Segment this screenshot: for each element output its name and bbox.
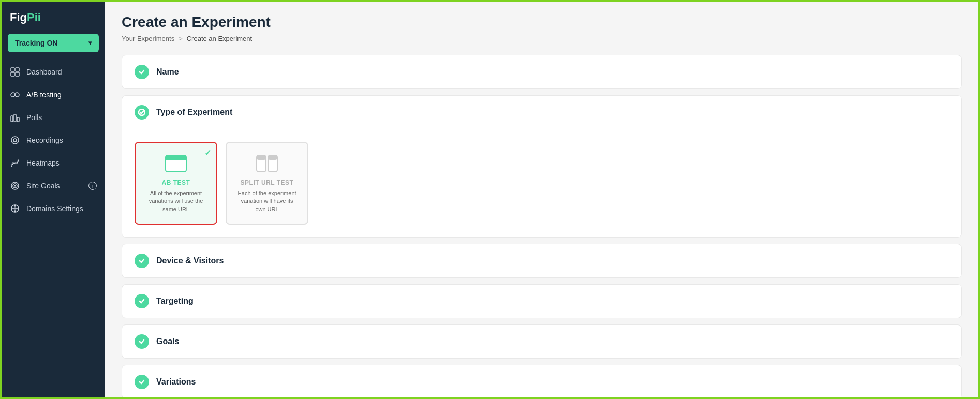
device-section-icon xyxy=(135,254,149,268)
variations-section: Variations xyxy=(122,365,962,397)
svg-rect-2 xyxy=(11,72,14,76)
experiment-types: ✓ AB TEST All of the experiment variatio… xyxy=(135,142,949,225)
sidebar-item-ab-testing[interactable]: A/B testing xyxy=(2,83,105,106)
ab-testing-icon xyxy=(10,90,20,100)
targeting-section-header[interactable]: Targeting xyxy=(122,285,961,318)
name-section-title: Name xyxy=(156,67,179,77)
svg-point-10 xyxy=(13,139,17,142)
sidebar-item-heatmaps[interactable]: Heatmaps xyxy=(2,152,105,174)
svg-rect-1 xyxy=(16,68,19,71)
polls-icon xyxy=(10,112,20,123)
svg-rect-7 xyxy=(14,114,16,122)
svg-point-9 xyxy=(11,137,19,144)
breadcrumb-separator: > xyxy=(179,35,183,42)
tracking-button[interactable]: Tracking ON ▾ xyxy=(8,34,99,52)
ab-test-card-icon xyxy=(164,153,188,174)
svg-rect-22 xyxy=(268,155,277,160)
logo: FigPii xyxy=(2,2,105,34)
sidebar-item-label: Recordings xyxy=(26,136,63,144)
type-section-title: Type of Experiment xyxy=(156,108,232,117)
device-section-header[interactable]: Device & Visitors xyxy=(122,244,961,277)
sidebar-item-polls[interactable]: Polls xyxy=(2,106,105,129)
breadcrumb-current: Create an Experiment xyxy=(187,35,252,42)
svg-point-4 xyxy=(11,93,15,97)
domains-icon xyxy=(10,203,20,214)
page-title: Create an Experiment xyxy=(122,14,962,31)
split-url-title: SPLIT URL TEST xyxy=(241,179,294,186)
svg-rect-3 xyxy=(16,72,19,76)
breadcrumb: Your Experiments > Create an Experiment xyxy=(122,35,962,42)
type-section: Type of Experiment ✓ xyxy=(122,95,962,238)
ab-test-desc: All of the experiment variations will us… xyxy=(144,189,208,213)
sidebar: FigPii Tracking ON ▾ Dashboard A/B testi… xyxy=(2,2,105,397)
logo-pii: Pii xyxy=(27,11,41,24)
targeting-section-title: Targeting xyxy=(156,297,194,306)
tracking-label: Tracking ON xyxy=(15,39,57,47)
sidebar-item-label: Site Goals xyxy=(26,182,60,190)
targeting-section: Targeting xyxy=(122,284,962,318)
heatmaps-icon xyxy=(10,158,20,168)
sidebar-item-label: Dashboard xyxy=(26,68,62,76)
name-section-icon xyxy=(135,65,149,79)
chevron-down-icon: ▾ xyxy=(88,39,92,47)
svg-rect-8 xyxy=(17,117,19,122)
svg-rect-18 xyxy=(166,155,186,160)
breadcrumb-parent[interactable]: Your Experiments xyxy=(122,35,174,42)
check-icon: ✓ xyxy=(204,148,211,158)
sidebar-item-label: A/B testing xyxy=(26,91,62,99)
type-section-icon xyxy=(135,105,149,120)
goals-section: Goals xyxy=(122,324,962,359)
sidebar-item-label: Heatmaps xyxy=(26,159,60,167)
recordings-icon xyxy=(10,135,20,145)
svg-point-13 xyxy=(14,185,16,187)
site-goals-icon xyxy=(10,181,20,191)
type-section-body: ✓ AB TEST All of the experiment variatio… xyxy=(122,129,961,237)
svg-rect-0 xyxy=(11,68,14,71)
svg-point-5 xyxy=(15,93,19,97)
name-section-header[interactable]: Name xyxy=(122,55,961,88)
sidebar-item-site-goals[interactable]: Site Goals i xyxy=(2,174,105,197)
name-section: Name xyxy=(122,55,962,89)
sidebar-item-dashboard[interactable]: Dashboard xyxy=(2,61,105,83)
ab-test-card[interactable]: ✓ AB TEST All of the experiment variatio… xyxy=(135,142,217,225)
sidebar-item-label: Polls xyxy=(26,113,42,122)
svg-rect-20 xyxy=(257,155,266,160)
info-icon: i xyxy=(88,182,97,190)
split-url-card-icon xyxy=(255,153,279,174)
goals-section-title: Goals xyxy=(156,337,179,346)
svg-rect-6 xyxy=(11,116,13,122)
variations-section-title: Variations xyxy=(156,377,196,387)
sidebar-item-recordings[interactable]: Recordings xyxy=(2,129,105,152)
goals-section-icon xyxy=(135,334,149,349)
type-section-header[interactable]: Type of Experiment xyxy=(122,96,961,129)
goals-section-header[interactable]: Goals xyxy=(122,325,961,358)
variations-section-header[interactable]: Variations xyxy=(122,365,961,397)
device-section-title: Device & Visitors xyxy=(156,256,224,265)
variations-section-icon xyxy=(135,375,149,389)
split-url-desc: Each of the experiment variation will ha… xyxy=(235,189,299,213)
dashboard-icon xyxy=(10,67,20,77)
ab-test-title: AB TEST xyxy=(162,179,190,186)
split-url-card[interactable]: SPLIT URL TEST Each of the experiment va… xyxy=(226,142,308,225)
targeting-section-icon xyxy=(135,294,149,308)
sidebar-item-label: Domains Settings xyxy=(26,204,83,213)
main-content: Create an Experiment Your Experiments > … xyxy=(105,2,978,397)
device-section: Device & Visitors xyxy=(122,244,962,278)
sidebar-item-domains-settings[interactable]: Domains Settings xyxy=(2,197,105,220)
logo-fig: Fig xyxy=(10,11,27,24)
